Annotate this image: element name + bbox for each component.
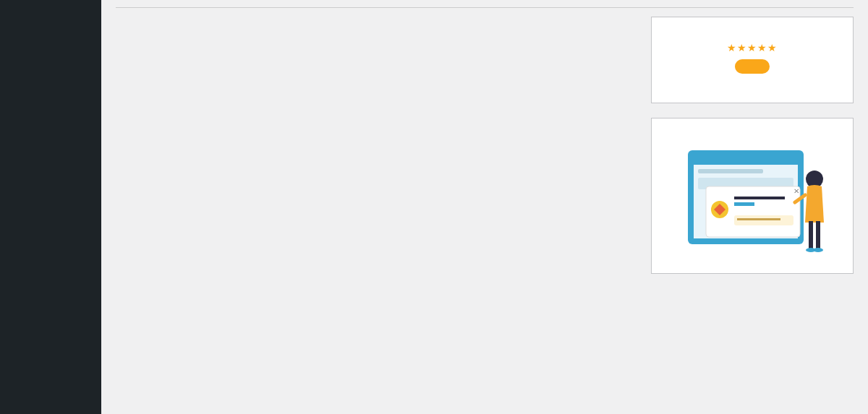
review-promo-box: ★★★★★ — [651, 17, 854, 103]
works-well-illustration: ✕ — [666, 143, 838, 259]
svg-rect-11 — [734, 197, 785, 199]
svg-rect-7 — [698, 169, 763, 173]
svg-rect-17 — [809, 221, 813, 249]
works-well-box: ✕ — [651, 118, 854, 274]
main-content: ★★★★★ — [101, 0, 868, 414]
svg-text:✕: ✕ — [793, 187, 799, 195]
svg-rect-18 — [816, 221, 820, 249]
svg-rect-14 — [737, 218, 780, 220]
leave-review-button[interactable] — [735, 59, 770, 74]
star-rating-icon: ★★★★★ — [666, 42, 838, 53]
svg-rect-12 — [734, 202, 754, 206]
svg-point-20 — [813, 248, 823, 252]
settings-tabs — [116, 7, 854, 8]
admin-sidebar — [0, 0, 101, 414]
